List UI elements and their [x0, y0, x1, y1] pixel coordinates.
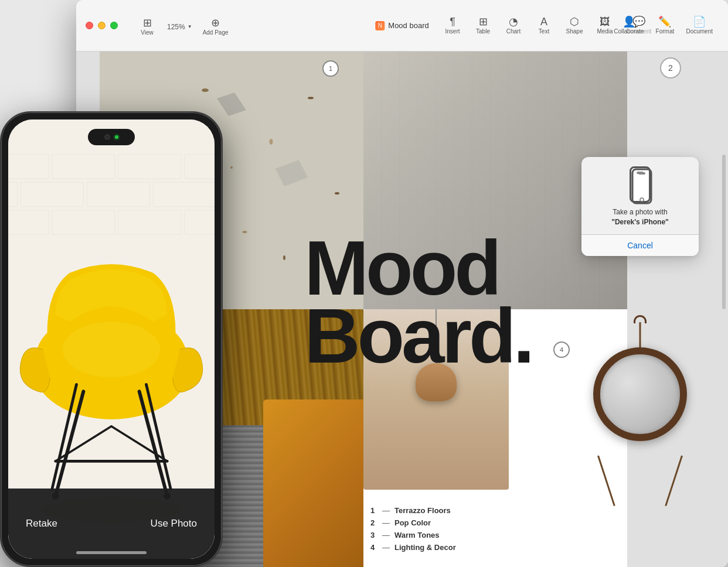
view-label: View: [141, 29, 154, 36]
text-label: Text: [539, 28, 549, 35]
item-number-4: 4: [370, 543, 377, 552]
window-title: Mood board: [388, 21, 428, 30]
dash-1: —: [382, 506, 390, 515]
item-text-1: Terrazzo Floors: [394, 506, 451, 515]
item-text-4: Lighting & Decor: [394, 543, 456, 552]
svg-point-10: [335, 192, 339, 194]
svg-point-4: [308, 97, 314, 99]
collaborate-icon: 👤: [622, 16, 635, 27]
list-item-1: 1 — Terrazzo Floors: [370, 506, 456, 515]
zoom-value: 125%: [167, 23, 185, 31]
lamp-area: [363, 309, 509, 490]
format-icon: ✏️: [658, 16, 671, 27]
toolbar-right: 👤 Collaborate ✏️ Format 📄 Document: [608, 14, 719, 37]
document-icon: 📄: [693, 16, 706, 27]
info-list: 1 — Terrazzo Floors 2 — Pop Color 3 — Wa…: [370, 506, 456, 555]
table-button[interactable]: ⊞ Table: [468, 14, 498, 37]
add-page-icon: ⊕: [211, 18, 220, 28]
window-title-group: N Mood board: [375, 21, 428, 30]
chart-button[interactable]: ◔ Chart: [498, 14, 529, 37]
add-page-label: Add Page: [203, 29, 229, 36]
toolbar-left: ⊞ View 125% ▼ ⊕ Add Page: [127, 15, 239, 38]
svg-point-35: [63, 322, 161, 377]
canvas-page-number: 2: [660, 57, 681, 78]
collaborate-button[interactable]: 👤 Collaborate: [608, 14, 649, 37]
dash-2: —: [382, 518, 390, 527]
titlebar: ⊞ View 125% ▼ ⊕ Add Page N Mood board ¶ …: [76, 0, 728, 52]
popup-menu: Take a photo with "Derek's iPhone" Cance…: [581, 157, 699, 256]
mirror-glass: [593, 347, 687, 441]
list-item-3: 3 — Warm Tones: [370, 531, 456, 539]
svg-point-7: [283, 255, 285, 260]
popup-text: Take a photo with "Derek's iPhone": [581, 207, 699, 234]
popup-take-photo-label: Take a photo with: [613, 208, 667, 216]
document-label: Document: [686, 28, 713, 35]
lamp-shade: [416, 363, 457, 401]
iphone-camera-pill: [88, 129, 135, 145]
format-label: Format: [656, 28, 675, 35]
add-page-button[interactable]: ⊕ Add Page: [197, 15, 234, 38]
minimize-button[interactable]: [98, 22, 106, 29]
chart-icon: ◔: [509, 16, 518, 27]
app-icon: N: [375, 21, 385, 30]
svg-point-17: [640, 198, 644, 201]
mirror-element: [584, 315, 696, 514]
zoom-control[interactable]: 125% ▼: [162, 21, 197, 33]
popup-icon-container: [581, 166, 699, 203]
dash-4: —: [382, 543, 390, 552]
item-number-1: 1: [370, 506, 377, 515]
iphone-screen: Retake Use Photo: [8, 119, 215, 559]
shape-icon: ⬡: [570, 16, 579, 27]
item-text-3: Warm Tones: [394, 531, 440, 539]
svg-point-11: [230, 166, 233, 169]
sofa-element: [263, 399, 363, 567]
retake-button[interactable]: Retake: [26, 518, 57, 530]
text-icon: A: [540, 16, 547, 27]
insert-icon: ¶: [450, 16, 455, 27]
page-badge-1: 1: [322, 60, 339, 77]
chart-label: Chart: [506, 28, 521, 35]
table-icon: ⊞: [479, 16, 488, 27]
iphone-body: Retake Use Photo: [0, 111, 223, 567]
close-button[interactable]: [86, 22, 93, 29]
popup-device-name: "Derek's iPhone": [611, 218, 669, 226]
popup-cancel-button[interactable]: Cancel: [581, 235, 699, 256]
page-badge-4: 4: [553, 341, 570, 358]
zoom-chevron-icon: ▼: [188, 24, 192, 29]
item-number-2: 2: [370, 518, 377, 527]
shape-label: Shape: [566, 28, 583, 35]
iphone-device: Retake Use Photo: [0, 111, 223, 567]
text-button[interactable]: A Text: [529, 14, 559, 37]
format-button[interactable]: ✏️ Format: [649, 14, 680, 37]
vertical-scrollbar[interactable]: [722, 155, 726, 309]
list-item-4: 4 — Lighting & Decor: [370, 543, 456, 552]
list-item-2: 2 — Pop Color: [370, 518, 456, 527]
phone-svg: [631, 168, 652, 204]
dash-3: —: [382, 531, 390, 539]
traffic-lights: [86, 22, 118, 29]
maximize-button[interactable]: [110, 22, 118, 29]
insert-label: Insert: [445, 28, 460, 35]
use-photo-button[interactable]: Use Photo: [151, 518, 197, 530]
table-label: Table: [476, 28, 490, 35]
iphone-bottom-controls: Retake Use Photo: [8, 489, 215, 559]
iphone-camera-led: [115, 135, 118, 139]
svg-point-2: [202, 88, 209, 92]
svg-point-6: [243, 231, 247, 233]
svg-rect-16: [638, 172, 645, 175]
insert-button[interactable]: ¶ Insert: [437, 14, 468, 37]
view-button[interactable]: ⊞ View: [132, 15, 162, 38]
iphone-camera-dot: [104, 134, 110, 140]
item-text-2: Pop Color: [394, 518, 431, 527]
iphone-home-indicator: [76, 551, 147, 554]
shape-button[interactable]: ⬡ Shape: [559, 14, 590, 37]
item-number-3: 3: [370, 531, 377, 539]
svg-point-3: [270, 139, 273, 145]
view-icon: ⊞: [143, 18, 152, 28]
collaborate-label: Collaborate: [614, 28, 644, 35]
phone-icon: [630, 166, 651, 203]
document-button[interactable]: 📄 Document: [680, 14, 719, 37]
mirror-strap-left: [597, 456, 615, 507]
mirror-strap-right: [665, 456, 683, 507]
